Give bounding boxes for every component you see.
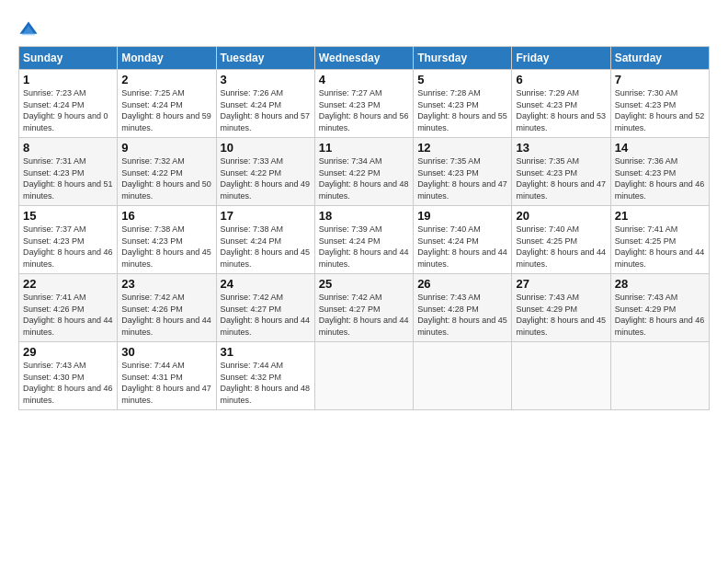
logo: [18, 20, 41, 40]
calendar-cell: 1 Sunrise: 7:23 AMSunset: 4:24 PMDayligh…: [19, 70, 118, 138]
calendar-cell: 16 Sunrise: 7:38 AMSunset: 4:23 PMDaylig…: [118, 206, 216, 274]
day-info: Sunrise: 7:36 AMSunset: 4:23 PMDaylight:…: [615, 156, 705, 201]
day-number: 14: [615, 141, 705, 155]
day-info: Sunrise: 7:35 AMSunset: 4:23 PMDaylight:…: [417, 156, 507, 201]
day-number: 28: [615, 277, 705, 291]
day-number: 25: [319, 277, 409, 291]
header-day: Sunday: [19, 47, 118, 70]
calendar-cell: 28 Sunrise: 7:43 AMSunset: 4:29 PMDaylig…: [610, 274, 709, 342]
day-number: 27: [516, 277, 606, 291]
calendar-cell: [414, 342, 512, 410]
calendar-cell: 22 Sunrise: 7:41 AMSunset: 4:26 PMDaylig…: [19, 274, 118, 342]
day-info: Sunrise: 7:38 AMSunset: 4:23 PMDaylight:…: [121, 224, 211, 269]
day-info: Sunrise: 7:43 AMSunset: 4:28 PMDaylight:…: [417, 293, 507, 337]
calendar-cell: 8 Sunrise: 7:31 AMSunset: 4:23 PMDayligh…: [19, 138, 118, 206]
day-number: 26: [417, 277, 507, 291]
day-number: 24: [221, 277, 311, 291]
day-info: Sunrise: 7:26 AMSunset: 4:24 PMDaylight:…: [221, 88, 311, 132]
header-day: Saturday: [610, 47, 709, 70]
day-number: 21: [615, 209, 705, 223]
day-number: 8: [23, 141, 113, 155]
main-container: SundayMondayTuesdayWednesdayThursdayFrid…: [0, 0, 728, 419]
calendar-cell: 3 Sunrise: 7:26 AMSunset: 4:24 PMDayligh…: [216, 70, 314, 138]
day-info: Sunrise: 7:30 AMSunset: 4:23 PMDaylight:…: [615, 88, 705, 132]
day-info: Sunrise: 7:40 AMSunset: 4:24 PMDaylight:…: [417, 224, 507, 269]
day-number: 19: [417, 209, 507, 223]
day-info: Sunrise: 7:42 AMSunset: 4:27 PMDaylight:…: [221, 293, 311, 337]
day-info: Sunrise: 7:29 AMSunset: 4:23 PMDaylight:…: [516, 88, 606, 132]
day-number: 5: [417, 73, 507, 86]
calendar-cell: 24 Sunrise: 7:42 AMSunset: 4:27 PMDaylig…: [216, 274, 314, 342]
day-number: 1: [23, 73, 113, 86]
calendar-cell: 11 Sunrise: 7:34 AMSunset: 4:22 PMDaylig…: [314, 138, 413, 206]
calendar-cell: 7 Sunrise: 7:30 AMSunset: 4:23 PMDayligh…: [610, 70, 709, 138]
day-number: 3: [221, 73, 311, 86]
day-info: Sunrise: 7:42 AMSunset: 4:27 PMDaylight:…: [319, 293, 409, 337]
calendar-cell: 12 Sunrise: 7:35 AMSunset: 4:23 PMDaylig…: [414, 138, 512, 206]
calendar-cell: [314, 342, 413, 410]
calendar-cell: 9 Sunrise: 7:32 AMSunset: 4:22 PMDayligh…: [118, 138, 216, 206]
calendar-cell: 30 Sunrise: 7:44 AMSunset: 4:31 PMDaylig…: [118, 342, 216, 410]
day-info: Sunrise: 7:33 AMSunset: 4:22 PMDaylight:…: [221, 156, 311, 201]
calendar-cell: 14 Sunrise: 7:36 AMSunset: 4:23 PMDaylig…: [610, 138, 709, 206]
day-number: 7: [615, 73, 705, 86]
day-info: Sunrise: 7:41 AMSunset: 4:26 PMDaylight:…: [23, 293, 113, 337]
header: [18, 17, 710, 40]
day-info: Sunrise: 7:40 AMSunset: 4:25 PMDaylight:…: [516, 224, 606, 269]
calendar-cell: 13 Sunrise: 7:35 AMSunset: 4:23 PMDaylig…: [512, 138, 610, 206]
calendar-cell: 21 Sunrise: 7:41 AMSunset: 4:25 PMDaylig…: [610, 206, 709, 274]
calendar-week-row: 1 Sunrise: 7:23 AMSunset: 4:24 PMDayligh…: [19, 70, 710, 138]
day-number: 11: [319, 141, 409, 155]
day-info: Sunrise: 7:31 AMSunset: 4:23 PMDaylight:…: [23, 156, 113, 201]
day-info: Sunrise: 7:25 AMSunset: 4:24 PMDaylight:…: [121, 88, 211, 132]
header-row: SundayMondayTuesdayWednesdayThursdayFrid…: [19, 47, 710, 70]
calendar-cell: 31 Sunrise: 7:44 AMSunset: 4:32 PMDaylig…: [216, 342, 314, 410]
day-info: Sunrise: 7:41 AMSunset: 4:25 PMDaylight:…: [615, 224, 705, 269]
day-number: 10: [221, 141, 311, 155]
calendar-week-row: 15 Sunrise: 7:37 AMSunset: 4:23 PMDaylig…: [19, 206, 710, 274]
day-number: 29: [23, 345, 113, 359]
calendar-cell: 29 Sunrise: 7:43 AMSunset: 4:30 PMDaylig…: [19, 342, 118, 410]
header-day: Wednesday: [314, 47, 413, 70]
header-day: Thursday: [414, 47, 512, 70]
day-info: Sunrise: 7:28 AMSunset: 4:23 PMDaylight:…: [417, 88, 507, 132]
day-info: Sunrise: 7:35 AMSunset: 4:23 PMDaylight:…: [516, 156, 606, 201]
day-number: 18: [319, 209, 409, 223]
calendar-table: SundayMondayTuesdayWednesdayThursdayFrid…: [18, 46, 710, 410]
calendar-cell: 18 Sunrise: 7:39 AMSunset: 4:24 PMDaylig…: [314, 206, 413, 274]
day-number: 9: [121, 141, 211, 155]
day-info: Sunrise: 7:42 AMSunset: 4:26 PMDaylight:…: [121, 293, 211, 337]
day-info: Sunrise: 7:38 AMSunset: 4:24 PMDaylight:…: [221, 224, 311, 269]
calendar-week-row: 29 Sunrise: 7:43 AMSunset: 4:30 PMDaylig…: [19, 342, 710, 410]
day-number: 22: [23, 277, 113, 291]
header-day: Monday: [118, 47, 216, 70]
calendar-cell: 17 Sunrise: 7:38 AMSunset: 4:24 PMDaylig…: [216, 206, 314, 274]
calendar-cell: 23 Sunrise: 7:42 AMSunset: 4:26 PMDaylig…: [118, 274, 216, 342]
day-number: 13: [516, 141, 606, 155]
calendar-cell: 19 Sunrise: 7:40 AMSunset: 4:24 PMDaylig…: [414, 206, 512, 274]
header-day: Friday: [512, 47, 610, 70]
day-number: 12: [417, 141, 507, 155]
logo-icon: [18, 20, 39, 40]
calendar-cell: 5 Sunrise: 7:28 AMSunset: 4:23 PMDayligh…: [414, 70, 512, 138]
calendar-cell: 15 Sunrise: 7:37 AMSunset: 4:23 PMDaylig…: [19, 206, 118, 274]
day-number: 2: [121, 73, 211, 86]
calendar-cell: 27 Sunrise: 7:43 AMSunset: 4:29 PMDaylig…: [512, 274, 610, 342]
day-info: Sunrise: 7:37 AMSunset: 4:23 PMDaylight:…: [23, 224, 113, 269]
day-number: 31: [221, 345, 311, 359]
header-day: Tuesday: [216, 47, 314, 70]
day-number: 16: [121, 209, 211, 223]
calendar-cell: 20 Sunrise: 7:40 AMSunset: 4:25 PMDaylig…: [512, 206, 610, 274]
calendar-cell: 25 Sunrise: 7:42 AMSunset: 4:27 PMDaylig…: [314, 274, 413, 342]
day-info: Sunrise: 7:39 AMSunset: 4:24 PMDaylight:…: [319, 224, 409, 269]
calendar-cell: 26 Sunrise: 7:43 AMSunset: 4:28 PMDaylig…: [414, 274, 512, 342]
calendar-cell: [610, 342, 709, 410]
calendar-cell: 4 Sunrise: 7:27 AMSunset: 4:23 PMDayligh…: [314, 70, 413, 138]
day-number: 23: [121, 277, 211, 291]
day-info: Sunrise: 7:44 AMSunset: 4:31 PMDaylight:…: [121, 361, 211, 405]
day-number: 17: [221, 209, 311, 223]
calendar-cell: 10 Sunrise: 7:33 AMSunset: 4:22 PMDaylig…: [216, 138, 314, 206]
calendar-week-row: 22 Sunrise: 7:41 AMSunset: 4:26 PMDaylig…: [19, 274, 710, 342]
calendar-week-row: 8 Sunrise: 7:31 AMSunset: 4:23 PMDayligh…: [19, 138, 710, 206]
day-info: Sunrise: 7:43 AMSunset: 4:29 PMDaylight:…: [615, 293, 705, 337]
